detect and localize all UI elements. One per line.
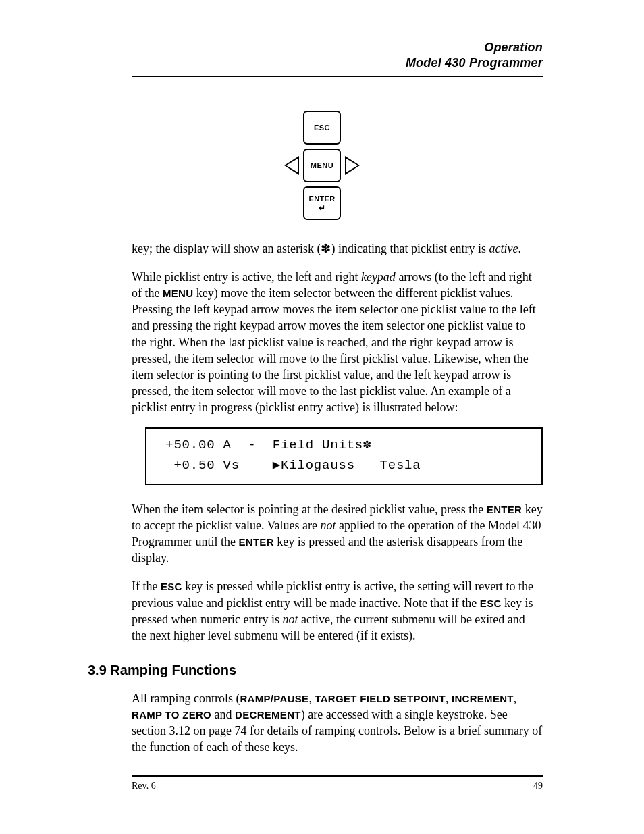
right-arrow-icon xyxy=(345,156,360,175)
paragraph-4: If the ESC key is pressed while picklist… xyxy=(132,578,543,643)
footer-rule xyxy=(132,775,543,777)
page-header: Operation Model 430 Programmer xyxy=(132,41,543,70)
keypad-diagram: ESC MENU ENTER ↵ xyxy=(261,111,383,220)
lcd-display: +50.00 A - Field Units✽ +0.50 Vs ▶Kiloga… xyxy=(145,427,543,485)
page-footer: Rev. 6 49 xyxy=(132,781,543,791)
header-rule xyxy=(132,76,543,77)
left-arrow-icon xyxy=(284,156,299,175)
paragraph-5: All ramping controls (RAMP/PAUSE, TARGET… xyxy=(132,690,543,755)
footer-rev: Rev. 6 xyxy=(132,781,156,791)
display-line-1: +50.00 A - Field Units✽ xyxy=(157,438,371,452)
paragraph-1: key; the display will show an asterisk (… xyxy=(132,240,543,257)
section-heading: 3.9 Ramping Functions xyxy=(88,662,543,678)
header-line-1: Operation xyxy=(132,41,543,55)
esc-key-label: ESC xyxy=(314,124,330,132)
display-line-2: +0.50 Vs ▶Kilogauss Tesla xyxy=(157,458,421,473)
footer-page: 49 xyxy=(533,781,543,791)
header-line-2: Model 430 Programmer xyxy=(132,56,543,70)
enter-key-label: ENTER xyxy=(309,194,336,203)
menu-key-label: MENU xyxy=(311,161,333,170)
paragraph-3: When the item selector is pointing at th… xyxy=(132,501,543,566)
esc-key: ESC xyxy=(303,111,341,145)
enter-arrow-icon: ↵ xyxy=(319,203,325,213)
paragraph-2: While picklist entry is active, the left… xyxy=(132,269,543,415)
menu-key: MENU xyxy=(303,149,341,182)
enter-key: ENTER ↵ xyxy=(303,186,341,220)
